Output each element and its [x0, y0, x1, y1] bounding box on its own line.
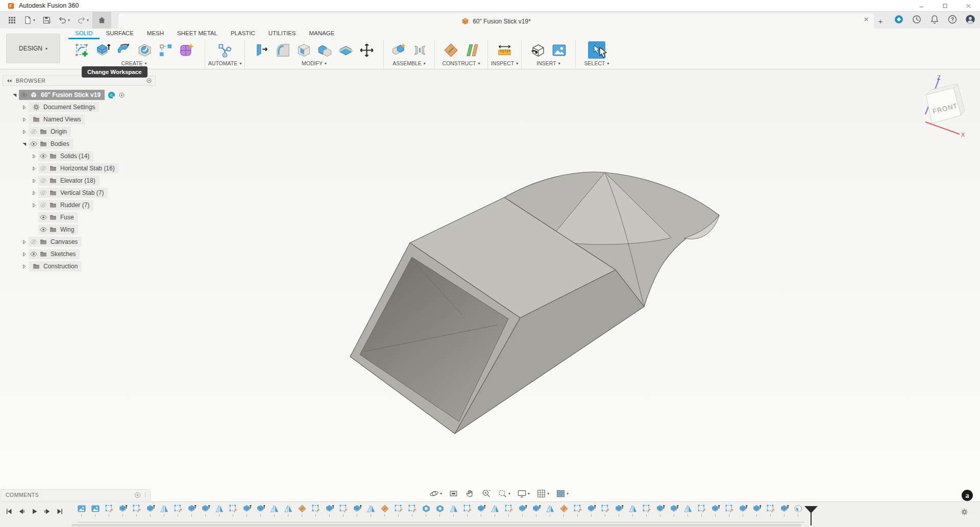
timeline-feature-extrude-43[interactable]: [653, 504, 667, 517]
visibility-eye-icon[interactable]: [30, 250, 38, 258]
timeline-feature-mirror-41[interactable]: [626, 504, 640, 517]
ribbon-group-label[interactable]: SELECT▾: [584, 60, 609, 66]
tab-surface[interactable]: SURFACE: [100, 29, 140, 39]
automate-tool[interactable]: [215, 40, 235, 60]
close-tab-button[interactable]: ✕: [864, 16, 869, 23]
close-button[interactable]: [957, 0, 980, 11]
hole-tool[interactable]: [135, 40, 154, 60]
document-tab[interactable]: 60" Fusion Stick v19*: [118, 13, 874, 29]
redo-button[interactable]: ▾: [74, 13, 92, 28]
tab-mesh[interactable]: MESH: [140, 29, 170, 39]
tree-row-label[interactable]: Canvases: [49, 238, 78, 245]
add-comment-icon[interactable]: [134, 492, 141, 498]
timeline-feature-sketch-3[interactable]: [102, 504, 116, 517]
timeline-feature-mirror-16[interactable]: [281, 504, 295, 517]
tree-row-vertical-stab-7[interactable]: Vertical Stab (7): [3, 187, 156, 199]
tree-row-label[interactable]: Fuse: [59, 214, 74, 221]
tree-row-60-fusion-stick-v19[interactable]: 60" Fusion Stick v19C: [3, 89, 156, 101]
orbit-button[interactable]: ▾: [428, 488, 444, 499]
ribbon-group-label[interactable]: CREATE▾: [121, 60, 147, 66]
fillet-tool[interactable]: [273, 40, 292, 60]
timeline-feature-extrude-52[interactable]: [777, 504, 791, 517]
timeline-feature-extrude-30[interactable]: [474, 504, 488, 517]
extrude-tool[interactable]: [93, 40, 112, 60]
tree-row-sketches[interactable]: Sketches: [3, 248, 156, 260]
timeline-feature-extrude-40[interactable]: [612, 504, 626, 517]
tree-row-label[interactable]: Named Views: [42, 116, 81, 123]
tree-row-fuse[interactable]: Fuse: [3, 211, 156, 223]
insert-mesh-tool[interactable]: [528, 40, 548, 60]
timeline-feature-mirror-35[interactable]: [543, 504, 557, 517]
visibility-eye-icon[interactable]: [39, 177, 47, 185]
app-grid-button[interactable]: [4, 13, 20, 28]
timeline-feature-extrude-21[interactable]: [350, 504, 364, 517]
home-button[interactable]: [92, 12, 111, 29]
tree-row-solids-14[interactable]: Solids (14): [3, 150, 156, 162]
visibility-eye-icon[interactable]: [30, 128, 38, 136]
collapse-arrow-icon[interactable]: [10, 92, 19, 98]
tree-row-elevator-18[interactable]: Elevator (18): [3, 174, 156, 187]
create-form-tool[interactable]: [177, 40, 196, 60]
visibility-eye-icon[interactable]: [39, 164, 47, 172]
expand-arrow-icon[interactable]: [19, 239, 29, 245]
tree-row-label[interactable]: Rudder (7): [59, 202, 89, 209]
expand-arrow-icon[interactable]: [29, 190, 38, 196]
expand-arrow-icon[interactable]: [29, 153, 38, 160]
measure-tool[interactable]: [495, 40, 514, 60]
timeline-feature-sketch-46[interactable]: [695, 504, 708, 517]
press-pull-tool[interactable]: [252, 40, 272, 60]
expand-arrow-icon[interactable]: [19, 116, 29, 123]
timeline-feature-sketch-12[interactable]: [226, 504, 240, 517]
visibility-eye-icon[interactable]: [39, 189, 47, 197]
tree-row-canvases[interactable]: Canvases: [3, 236, 156, 248]
timeline-feature-mirror-22[interactable]: [364, 504, 378, 517]
skip-end-button[interactable]: [54, 506, 65, 517]
visibility-eye-icon[interactable]: [39, 152, 47, 160]
select-tool[interactable]: [588, 41, 605, 59]
sync-badge-icon[interactable]: C: [108, 91, 115, 99]
revolve-tool[interactable]: [114, 40, 133, 60]
collapse-panel-icon[interactable]: [6, 78, 13, 84]
step-forward-button[interactable]: [41, 506, 53, 517]
combine-tool[interactable]: [315, 40, 334, 60]
timeline-feature-sketch-48[interactable]: [722, 504, 736, 517]
expand-arrow-icon[interactable]: [19, 263, 29, 270]
timeline-feature-sketch-20[interactable]: [336, 504, 350, 517]
ribbon-group-label[interactable]: INSPECT▾: [491, 60, 519, 66]
timeline-feature-canvas-1[interactable]: [75, 504, 88, 517]
timeline-feature-mirror-28[interactable]: [447, 504, 460, 517]
fit-button[interactable]: ▾: [496, 488, 512, 499]
comments-bar[interactable]: COMMENTS: [1, 489, 151, 500]
expand-arrow-icon[interactable]: [19, 251, 29, 258]
notifications-button[interactable]: [929, 14, 940, 25]
tree-row-label[interactable]: Sketches: [49, 250, 76, 258]
expand-arrow-icon[interactable]: [29, 202, 38, 209]
timeline-feature-extrude-38[interactable]: [584, 504, 598, 517]
timeline-feature-sketch-39[interactable]: [598, 504, 612, 517]
timeline-scrollbar[interactable]: [71, 524, 801, 526]
shell-tool[interactable]: [294, 40, 313, 60]
tree-row-label[interactable]: Bodies: [49, 140, 69, 147]
visibility-eye-icon[interactable]: [39, 201, 47, 209]
look-at-button[interactable]: [447, 488, 460, 499]
ribbon-group-label[interactable]: MODIFY▾: [302, 60, 327, 66]
step-back-button[interactable]: [16, 506, 27, 517]
tree-row-bodies[interactable]: Bodies: [3, 138, 156, 150]
timeline-feature-extrude-19[interactable]: [323, 504, 336, 517]
timeline-feature-mirror-45[interactable]: [681, 504, 695, 517]
timeline-feature-mirror-11[interactable]: [212, 504, 226, 517]
timeline-feature-sketch-5[interactable]: [130, 504, 143, 517]
timeline-feature-revolve-26[interactable]: [419, 504, 433, 517]
timeline-feature-revolve-27[interactable]: [433, 504, 447, 517]
expand-arrow-icon[interactable]: [29, 178, 38, 184]
viewports-button[interactable]: ▾: [554, 488, 570, 499]
timeline-feature-sketch-37[interactable]: [571, 504, 584, 517]
tree-row-label[interactable]: Horizontal Stab (16): [59, 165, 115, 172]
timeline-feature-extrude-4[interactable]: [116, 504, 130, 517]
tree-row-label[interactable]: Construction: [42, 263, 78, 270]
minimize-button[interactable]: [910, 0, 933, 11]
timeline-feature-mirror-15[interactable]: [267, 504, 281, 517]
browser-display-mode-icon[interactable]: [146, 78, 152, 84]
tree-row-label[interactable]: Vertical Stab (7): [59, 189, 104, 196]
timeline-feature-sketch-42[interactable]: [640, 504, 653, 517]
